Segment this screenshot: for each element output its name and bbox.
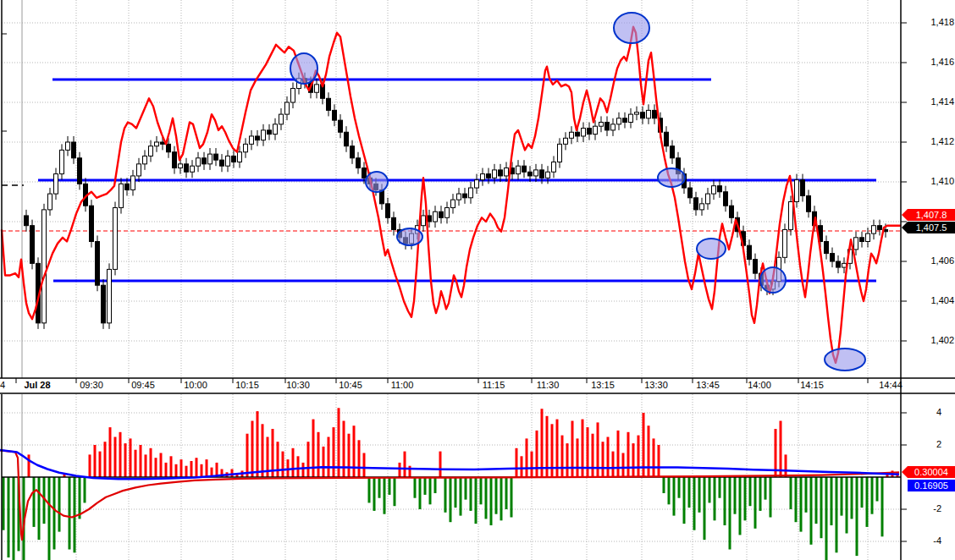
- candle-body: [250, 136, 254, 144]
- candle-body: [493, 170, 497, 178]
- candle-body: [653, 110, 657, 118]
- candle-body: [131, 176, 135, 189]
- overlay-price-line: [2, 27, 901, 363]
- candle-body: [635, 113, 639, 114]
- ellipse-annotation[interactable]: [697, 239, 726, 259]
- candle-body: [463, 194, 467, 198]
- candle-body: [137, 164, 141, 176]
- candle-body: [445, 208, 450, 218]
- candle-body: [611, 124, 616, 130]
- candle-body: [789, 202, 793, 230]
- candle-body: [291, 89, 295, 102]
- candle-body: [724, 192, 728, 206]
- candle-body: [422, 216, 426, 226]
- candle-body: [629, 114, 633, 122]
- candle-body: [522, 166, 527, 172]
- candle-body: [842, 263, 847, 267]
- candle-body: [807, 195, 811, 211]
- candle-body: [872, 226, 876, 233]
- ellipse-annotation[interactable]: [290, 53, 317, 84]
- candle-body: [552, 162, 556, 173]
- candle-body: [232, 156, 236, 162]
- candle-body: [333, 110, 337, 120]
- candle-body: [665, 132, 669, 145]
- candle-body: [564, 138, 568, 144]
- candle-body: [866, 233, 870, 241]
- candle-body: [593, 126, 598, 134]
- candle-body: [143, 156, 147, 163]
- candle-body: [30, 226, 35, 264]
- candle-body: [576, 132, 580, 136]
- candle-body: [570, 132, 574, 138]
- candle-body: [487, 174, 491, 178]
- candle-body: [599, 123, 604, 127]
- candle-body: [202, 158, 207, 164]
- candle-body: [54, 174, 58, 195]
- candle-body: [671, 146, 675, 158]
- candle-body: [356, 158, 361, 168]
- candle-body: [226, 156, 230, 166]
- candle-body: [540, 170, 544, 178]
- candle-body: [801, 180, 805, 196]
- candle-body: [185, 164, 189, 172]
- ellipse-annotation[interactable]: [760, 267, 786, 293]
- candle-body: [149, 146, 153, 156]
- candle-body: [179, 164, 183, 168]
- candle-body: [119, 184, 124, 207]
- candle-body: [694, 198, 698, 210]
- candle-body: [469, 188, 473, 198]
- candle-body: [256, 136, 260, 140]
- candle-body: [262, 130, 266, 140]
- candle-body: [546, 172, 550, 178]
- ellipse-annotation[interactable]: [397, 228, 422, 245]
- candle-body: [795, 180, 799, 202]
- candle-body: [831, 254, 835, 261]
- candle-body: [499, 170, 503, 176]
- candle-body: [783, 229, 787, 257]
- candle-body: [208, 154, 213, 164]
- candle-body: [617, 118, 621, 124]
- candle-body: [748, 245, 752, 259]
- candle-body: [688, 188, 693, 198]
- candle-body: [113, 208, 118, 270]
- candle-body: [345, 132, 349, 145]
- candle-body: [78, 158, 82, 184]
- candle-body: [48, 194, 52, 210]
- candle-body: [700, 204, 704, 210]
- candle-body: [273, 124, 278, 135]
- candle-body: [362, 168, 367, 178]
- candle-body: [90, 206, 94, 241]
- candle-body: [125, 184, 130, 189]
- ellipse-annotation[interactable]: [366, 172, 388, 192]
- candle-body: [339, 120, 343, 132]
- candle-body: [605, 123, 610, 130]
- candle-body: [25, 216, 29, 226]
- ellipse-annotation[interactable]: [825, 349, 865, 371]
- candle-body: [108, 269, 112, 322]
- candle-body: [718, 186, 722, 192]
- candle-body: [220, 160, 224, 166]
- candle-body: [825, 242, 829, 254]
- candle-body: [854, 238, 858, 250]
- candle-body: [451, 200, 455, 207]
- candle-body: [588, 129, 592, 135]
- ellipse-annotation[interactable]: [658, 168, 685, 187]
- candle-body: [238, 152, 242, 162]
- trading-chart-window: 1,4181,4161,4141,4121,4101,4061,4041,402…: [0, 0, 955, 560]
- candle-body: [505, 168, 509, 176]
- candle-body: [161, 142, 165, 144]
- candle-body: [623, 118, 627, 123]
- candle-body: [155, 142, 159, 146]
- candle-body: [712, 186, 716, 194]
- candle-body: [285, 102, 290, 114]
- candle-body: [754, 260, 758, 273]
- chart-canvas[interactable]: [0, 0, 955, 560]
- candle-body: [481, 174, 485, 180]
- candle-body: [439, 211, 444, 217]
- ellipse-annotation[interactable]: [614, 13, 649, 43]
- candle-body: [475, 180, 479, 188]
- candle-body: [315, 85, 319, 92]
- candle-body: [268, 130, 272, 135]
- candle-body: [196, 158, 201, 166]
- candle-body: [647, 110, 651, 118]
